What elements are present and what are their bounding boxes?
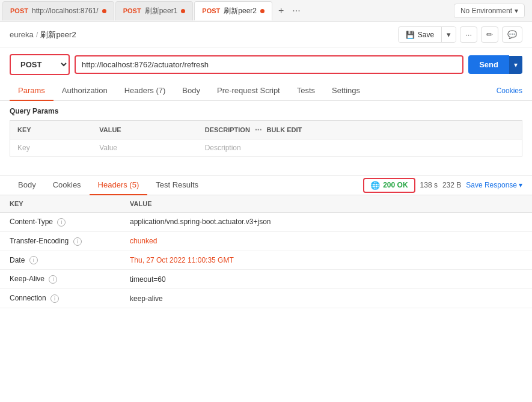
bulk-edit-button[interactable]: Bulk Edit	[267, 126, 302, 133]
send-button-group: Send ▾	[468, 55, 522, 74]
response-size: 232 B	[442, 181, 461, 189]
value-cell[interactable]: Value	[92, 139, 197, 157]
breadcrumb-bar: eureka / 刷新peer2 💾 Save ▾ ··· ✏ 💬	[0, 22, 532, 48]
col-key-header: KEY	[10, 121, 93, 139]
response-headers-table: KEY VALUE Content-Type i application/vnd…	[0, 195, 532, 308]
tab-1-label: http://localhost:8761/	[32, 7, 99, 15]
tab-headers[interactable]: Headers (7)	[116, 81, 174, 101]
description-cell[interactable]: Description	[198, 139, 522, 157]
response-area: Body Cookies Headers (5) Test Results 🌐 …	[0, 175, 532, 308]
header-key-keep-alive: Keep-Alive i	[0, 270, 120, 289]
save-icon: 💾	[406, 31, 415, 39]
tab-2[interactable]: POST 刷新peer1	[115, 1, 194, 20]
info-icon-5[interactable]: i	[50, 294, 59, 303]
tab-1-dot	[102, 9, 106, 13]
col-value-header: VALUE	[92, 121, 197, 139]
save-button[interactable]: 💾 Save	[399, 28, 441, 42]
comment-button[interactable]: 💬	[502, 26, 522, 43]
header-value-date: Thu, 27 Oct 2022 11:00:35 GMT	[120, 251, 532, 270]
request-tabs: Params Authorization Headers (7) Body Pr…	[0, 81, 532, 101]
save-response-button[interactable]: Save Response ▾	[466, 181, 522, 189]
breadcrumb-actions: 💾 Save ▾ ··· ✏ 💬	[398, 26, 522, 43]
globe-icon: 🌐	[370, 181, 380, 190]
tab-3-label: 刷新peer2	[224, 6, 257, 16]
response-tab-body[interactable]: Body	[10, 175, 44, 195]
url-input-wrapper	[75, 55, 463, 74]
info-icon-2[interactable]: i	[73, 237, 82, 246]
query-params-title: Query Params	[10, 107, 522, 115]
response-header-row-keep-alive: Keep-Alive i timeout=60	[0, 270, 532, 289]
tab-3-dot	[260, 9, 264, 13]
tab-2-dot	[181, 9, 185, 13]
response-status-area: 🌐 200 OK 138 s 232 B Save Response ▾	[363, 178, 522, 193]
save-dropdown-button[interactable]: ▾	[441, 27, 456, 42]
tab-actions: + ···	[276, 4, 303, 17]
response-tab-cookies[interactable]: Cookies	[44, 175, 90, 195]
add-tab-button[interactable]: +	[276, 4, 286, 17]
env-chevron-icon: ▾	[515, 7, 518, 15]
more-tabs-button[interactable]: ···	[290, 4, 302, 17]
tab-pre-request[interactable]: Pre-request Script	[209, 81, 289, 101]
header-value-transfer-encoding: chunked	[120, 231, 532, 251]
url-input[interactable]	[82, 60, 456, 69]
tab-2-label: 刷新peer1	[145, 6, 178, 16]
tab-params[interactable]: Params	[10, 81, 54, 101]
table-row: Key Value Description	[10, 139, 522, 157]
save-response-label: Save Response	[466, 181, 517, 189]
env-label: No Environment	[460, 7, 512, 15]
save-button-group: 💾 Save ▾	[398, 26, 456, 43]
save-response-arrow-icon: ▾	[519, 181, 522, 189]
response-tab-headers[interactable]: Headers (5)	[90, 175, 148, 195]
save-label: Save	[418, 31, 434, 39]
response-header-row-date: Date i Thu, 27 Oct 2022 11:00:35 GMT	[0, 251, 532, 270]
response-tabs-bar: Body Cookies Headers (5) Test Results 🌐 …	[0, 175, 532, 195]
key-cell[interactable]: Key	[10, 139, 93, 157]
response-header-row-connection: Connection i keep-alive	[0, 289, 532, 308]
tab-bar: POST http://localhost:8761/ POST 刷新peer1…	[0, 0, 532, 22]
breadcrumb-current: 刷新peer2	[40, 29, 76, 40]
cookies-link[interactable]: Cookies	[497, 82, 522, 100]
tab-tests[interactable]: Tests	[289, 81, 323, 101]
info-icon-3[interactable]: i	[29, 256, 38, 264]
edit-button[interactable]: ✏	[481, 26, 498, 43]
send-button[interactable]: Send	[468, 55, 509, 74]
tab-1-method: POST	[10, 7, 28, 14]
more-options-button[interactable]: ···	[460, 26, 477, 43]
col-description-header: DESCRIPTION ··· Bulk Edit	[198, 121, 522, 139]
response-time: 138 s	[420, 181, 438, 189]
tab-settings[interactable]: Settings	[323, 81, 368, 101]
tab-1[interactable]: POST http://localhost:8761/	[2, 1, 114, 20]
header-value-connection: keep-alive	[120, 289, 532, 308]
header-key-date: Date i	[0, 251, 120, 270]
status-code: 200 OK	[383, 181, 408, 189]
header-value-keep-alive: timeout=60	[120, 270, 532, 289]
breadcrumb-separator: /	[36, 30, 38, 39]
query-params-table: KEY VALUE DESCRIPTION ··· Bulk Edit Key …	[10, 120, 522, 157]
tab-authorization[interactable]: Authorization	[54, 81, 116, 101]
status-badge: 🌐 200 OK	[363, 178, 415, 193]
info-icon[interactable]: i	[57, 218, 66, 227]
col-more-icon[interactable]: ···	[255, 125, 262, 135]
method-select[interactable]: POST GET PUT DELETE PATCH	[10, 54, 70, 75]
tab-2-method: POST	[123, 7, 141, 14]
response-header-row-transfer-encoding: Transfer-Encoding i chunked	[0, 231, 532, 251]
breadcrumb-root[interactable]: eureka	[10, 30, 34, 39]
header-key-connection: Connection i	[0, 289, 120, 308]
info-icon-4[interactable]: i	[49, 275, 57, 284]
response-col-key-header: KEY	[0, 195, 120, 213]
response-header-row-content-type: Content-Type i application/vnd.spring-bo…	[0, 213, 532, 232]
response-tab-test-results[interactable]: Test Results	[147, 175, 207, 195]
header-key-transfer-encoding: Transfer-Encoding i	[0, 231, 120, 251]
response-col-value-header: VALUE	[120, 195, 532, 213]
tab-3-method: POST	[202, 7, 220, 14]
header-key-content-type: Content-Type i	[0, 213, 120, 232]
url-bar: POST GET PUT DELETE PATCH Send ▾	[0, 48, 532, 81]
send-dropdown-button[interactable]: ▾	[509, 56, 522, 74]
query-params-section: Query Params KEY VALUE DESCRIPTION ··· B…	[0, 101, 532, 157]
environment-selector[interactable]: No Environment ▾	[454, 4, 525, 18]
header-value-content-type: application/vnd.spring-boot.actuator.v3+…	[120, 213, 532, 232]
tab-body[interactable]: Body	[174, 81, 209, 101]
breadcrumb: eureka / 刷新peer2	[10, 29, 76, 40]
tab-3[interactable]: POST 刷新peer2	[194, 1, 272, 20]
